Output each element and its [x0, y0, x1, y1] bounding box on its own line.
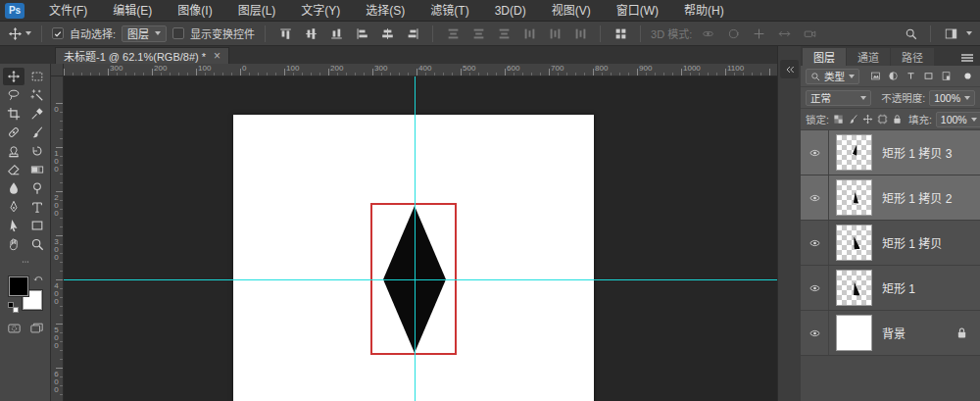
horizontal-guide[interactable] — [64, 279, 777, 280]
layer-row-background[interactable]: 背景 — [801, 311, 980, 356]
marquee-tool[interactable] — [26, 68, 48, 85]
ruler-origin-corner[interactable] — [51, 64, 64, 76]
filter-pixel-layers-button[interactable] — [867, 69, 883, 83]
panel-menu-icon[interactable] — [959, 50, 975, 66]
menu-filter[interactable]: 滤镜(T) — [417, 0, 481, 22]
align-horizontal-centers-button[interactable] — [377, 25, 397, 43]
lock-position-button[interactable] — [862, 112, 873, 126]
close-icon[interactable]: × — [214, 50, 220, 62]
3d-slide-button[interactable] — [774, 25, 794, 43]
crop-tool[interactable] — [3, 105, 24, 123]
lock-all-button[interactable] — [892, 112, 903, 126]
healing-brush-tool[interactable] — [3, 124, 24, 141]
layer-thumbnail[interactable] — [836, 315, 872, 351]
filter-type-layers-button[interactable] — [903, 69, 918, 83]
distribute-spacing-button[interactable] — [611, 25, 630, 43]
document-tab[interactable]: 未标题-1 @ 62.1%(RGB/8#) * × — [55, 47, 229, 64]
clone-stamp-tool[interactable] — [3, 142, 24, 160]
ruler-horizontal[interactable]: 3002001000100200300400500600700800900100… — [64, 64, 777, 76]
filter-kind-dropdown[interactable]: 类型 — [806, 69, 859, 84]
distribute-bottom-edges-button[interactable] — [494, 25, 514, 43]
eraser-tool[interactable] — [3, 161, 24, 178]
3d-roll-button[interactable] — [723, 25, 743, 43]
3d-pan-button[interactable] — [749, 25, 768, 43]
layer-thumbnail[interactable] — [836, 270, 872, 306]
foreground-color-swatch[interactable] — [9, 276, 28, 296]
blur-tool[interactable] — [3, 179, 24, 197]
lasso-tool[interactable] — [3, 86, 24, 104]
dodge-tool[interactable] — [26, 179, 48, 197]
menu-select[interactable]: 选择(S) — [353, 0, 417, 22]
layer-row-rect1-copy[interactable]: 矩形 1 拷贝 — [801, 221, 980, 266]
type-tool[interactable] — [26, 198, 48, 216]
layer-row-rect1-copy2[interactable]: 矩形 1 拷贝 2 — [801, 175, 980, 221]
pen-tool[interactable] — [3, 198, 24, 216]
menu-view[interactable]: 视图(V) — [539, 0, 604, 22]
auto-select-checkbox[interactable] — [52, 27, 64, 39]
tab-paths[interactable]: 路径 — [891, 48, 934, 66]
align-right-edges-button[interactable] — [403, 25, 422, 43]
swap-colors-icon[interactable] — [33, 274, 44, 284]
menu-type[interactable]: 文字(Y) — [288, 0, 353, 22]
layer-row-rect1-copy3[interactable]: 矩形 1 拷贝 3 — [801, 130, 980, 175]
align-vertical-centers-button[interactable] — [301, 25, 320, 43]
hand-tool[interactable] — [3, 235, 24, 253]
visibility-toggle[interactable] — [801, 311, 829, 355]
show-transform-checkbox[interactable] — [172, 27, 184, 39]
layer-thumbnail[interactable] — [836, 179, 872, 216]
move-tool[interactable] — [3, 68, 24, 85]
distribute-top-edges-button[interactable] — [443, 25, 463, 43]
history-brush-tool[interactable] — [26, 142, 48, 160]
path-selection-tool[interactable] — [3, 217, 24, 234]
visibility-toggle[interactable] — [801, 175, 829, 220]
workspace-switcher-button[interactable] — [941, 25, 960, 43]
tool-preset-picker[interactable] — [8, 26, 31, 41]
menu-help[interactable]: 帮助(H) — [671, 0, 737, 22]
edit-toolbar-icon[interactable] — [15, 257, 36, 267]
menu-edit[interactable]: 编辑(E) — [100, 0, 165, 22]
filter-shape-layers-button[interactable] — [920, 69, 936, 83]
lock-image-pixels-button[interactable] — [848, 112, 858, 126]
vertical-guide[interactable] — [415, 76, 416, 401]
search-icon[interactable] — [901, 25, 920, 43]
lock-transparent-pixels-button[interactable] — [833, 112, 844, 126]
distribute-right-edges-button[interactable] — [570, 25, 590, 43]
filter-smart-objects-button[interactable] — [938, 69, 954, 83]
collapse-panels-icon[interactable] — [780, 60, 799, 78]
tab-layers[interactable]: 图层 — [803, 48, 846, 66]
zoom-tool[interactable] — [26, 235, 48, 253]
filter-toggle-icon[interactable] — [959, 69, 975, 83]
tab-channels[interactable]: 通道 — [847, 48, 890, 66]
distribute-horizontal-centers-button[interactable] — [545, 25, 564, 43]
visibility-toggle[interactable] — [801, 221, 829, 265]
visibility-toggle[interactable] — [801, 130, 829, 175]
ruler-vertical[interactable]: 0100200300400500600 — [51, 76, 64, 401]
lock-artboard-button[interactable] — [877, 112, 888, 126]
menu-image[interactable]: 图像(I) — [165, 0, 224, 22]
brush-tool[interactable] — [26, 124, 48, 141]
distribute-vertical-centers-button[interactable] — [468, 25, 488, 43]
opacity-dropdown[interactable]: 100% — [929, 90, 975, 106]
menu-layer[interactable]: 图层(L) — [225, 0, 289, 22]
3d-dolly-button[interactable] — [800, 25, 819, 43]
distribute-left-edges-button[interactable] — [519, 25, 539, 43]
layer-thumbnail[interactable] — [836, 134, 872, 171]
visibility-toggle[interactable] — [801, 266, 829, 310]
eyedropper-tool[interactable] — [26, 105, 48, 123]
blend-mode-dropdown[interactable]: 正常 — [806, 90, 871, 106]
filter-adjustment-layers-button[interactable] — [885, 69, 901, 83]
align-bottom-edges-button[interactable] — [326, 25, 346, 43]
menu-3d[interactable]: 3D(D) — [482, 0, 539, 22]
menu-file[interactable]: 文件(F) — [36, 0, 100, 22]
rectangle-tool[interactable] — [26, 217, 48, 234]
default-colors-icon[interactable] — [8, 302, 17, 311]
fill-dropdown[interactable]: 100% — [936, 112, 980, 127]
gradient-tool[interactable] — [26, 161, 48, 178]
quick-selection-tool[interactable] — [26, 86, 48, 104]
quick-mask-button[interactable] — [6, 322, 23, 335]
screen-mode-button[interactable] — [28, 322, 45, 335]
pasteboard[interactable] — [64, 76, 777, 401]
3d-orbit-button[interactable] — [698, 25, 717, 43]
layer-row-rect1[interactable]: 矩形 1 — [801, 266, 980, 311]
menu-window[interactable]: 窗口(W) — [604, 0, 671, 22]
